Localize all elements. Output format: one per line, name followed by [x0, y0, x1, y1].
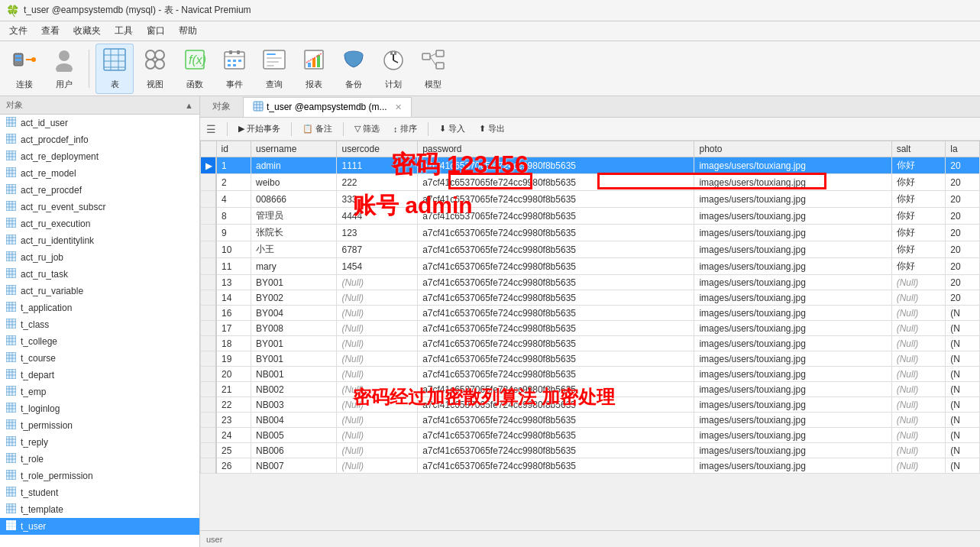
cell-username[interactable]: BY001	[251, 336, 337, 351]
cell-photo[interactable]: images/users/touxiang.jpg	[694, 208, 891, 225]
table-row[interactable]: 22 NB003 (Null) a7cf41c6537065fe724cc998…	[201, 397, 980, 413]
cell-password[interactable]: a7cf41c6537065fe724cc9980f8b5635	[418, 258, 694, 275]
cell-usercode[interactable]: (Null)	[337, 413, 418, 428]
sidebar-item-act_ru_job[interactable]: act_ru_job	[0, 249, 199, 266]
cell-username[interactable]: NB007	[251, 458, 337, 474]
cell-photo[interactable]: images/users/touxiang.jpg	[694, 306, 891, 321]
sidebar-item-t_class[interactable]: t_class	[0, 316, 199, 333]
cell-username[interactable]: NB001	[251, 367, 337, 382]
cell-password[interactable]: a7cf41c6537065fe724cc9980f8b5635	[418, 367, 694, 382]
table-row[interactable]: 2 weibo 222 a7cf41c6537065fe724cc9980f8b…	[201, 174, 980, 191]
col-salt[interactable]: salt	[891, 141, 946, 157]
cell-salt[interactable]: (Null)	[891, 351, 946, 367]
cell-usercode[interactable]: 222	[337, 174, 418, 191]
cell-salt[interactable]: (Null)	[891, 397, 946, 413]
cell-la[interactable]: (N	[946, 336, 980, 351]
cell-photo[interactable]: images/users/touxiang.jpg	[694, 225, 891, 241]
cell-username[interactable]: BY002	[251, 290, 337, 306]
table-row[interactable]: 16 BY004 (Null) a7cf41c6537065fe724cc998…	[201, 306, 980, 321]
report-button[interactable]: 报表	[296, 44, 332, 93]
cell-salt[interactable]: (Null)	[891, 443, 946, 458]
user-button[interactable]: 用户	[46, 44, 82, 93]
cell-id[interactable]: 2	[216, 174, 251, 191]
cell-usercode[interactable]: 1111	[337, 157, 418, 174]
cell-usercode[interactable]: (Null)	[337, 321, 418, 336]
sidebar-item-act_ru_event_subscr[interactable]: act_ru_event_subscr	[0, 199, 199, 215]
table-row[interactable]: 19 BY001 (Null) a7cf41c6537065fe724cc998…	[201, 351, 980, 367]
cell-photo[interactable]: images/users/touxiang.jpg	[694, 397, 891, 413]
cell-la[interactable]: 20	[946, 174, 980, 191]
sidebar-item-t_emp[interactable]: t_emp	[0, 384, 199, 400]
connect-button[interactable]: 连接	[6, 44, 43, 93]
cell-la[interactable]: (N	[946, 458, 980, 474]
cell-photo[interactable]: images/users/touxiang.jpg	[694, 428, 891, 443]
cell-la[interactable]: 20	[946, 157, 980, 174]
cell-password[interactable]: a7cf41c6537065fe724cc9980f8b5635	[418, 241, 694, 258]
sidebar-item-t_role[interactable]: t_role	[0, 451, 199, 468]
schedule-button[interactable]: 计划	[375, 44, 412, 93]
cell-password[interactable]: a7cf41c6537065fe724cc9980f8b5635	[418, 443, 694, 458]
cell-username[interactable]: weibo	[251, 174, 337, 191]
sidebar-item-t_application[interactable]: t_application	[0, 299, 199, 316]
sort-button[interactable]: ↕ 排序	[389, 121, 422, 136]
cell-salt[interactable]: (Null)	[891, 290, 946, 306]
cell-id[interactable]: 11	[216, 258, 251, 275]
cell-la[interactable]: 20	[946, 225, 980, 241]
filter-button[interactable]: ▽ 筛选	[350, 121, 384, 136]
table-row[interactable]: 26 NB007 (Null) a7cf41c6537065fe724cc998…	[201, 458, 980, 474]
table-row[interactable]: 21 NB002 (Null) a7cf41c6537065fe724cc998…	[201, 382, 980, 397]
sidebar-item-act_procdef_info[interactable]: act_procdef_info	[0, 131, 199, 148]
cell-salt[interactable]: (Null)	[891, 428, 946, 443]
table-row[interactable]: 20 NB001 (Null) a7cf41c6537065fe724cc998…	[201, 367, 980, 382]
cell-username[interactable]: NB003	[251, 397, 337, 413]
cell-username[interactable]: 小王	[251, 241, 337, 258]
table-row[interactable]: ▶ 1 admin 1111 a7cf41c6537065fe724cc9980…	[201, 157, 980, 174]
table-row[interactable]: 25 NB006 (Null) a7cf41c6537065fe724cc998…	[201, 443, 980, 458]
cell-username[interactable]: mary	[251, 258, 337, 275]
cell-usercode[interactable]: 123	[337, 225, 418, 241]
cell-password[interactable]: a7cf41c6537065fe724cc9980f8b5635	[418, 397, 694, 413]
cell-password[interactable]: a7cf41c6537065fe724cc9980f8b5635	[418, 191, 694, 208]
cell-password[interactable]: a7cf41c6537065fe724cc9980f8b5635	[418, 174, 694, 191]
sidebar-item-t_user[interactable]: t_user	[0, 518, 199, 535]
cell-salt[interactable]: (Null)	[891, 367, 946, 382]
menu-help[interactable]: 帮助	[173, 23, 203, 39]
event-button[interactable]: 事件	[216, 44, 253, 93]
cell-salt[interactable]: 你好	[891, 174, 946, 191]
cell-la[interactable]: 20	[946, 290, 980, 306]
cell-usercode[interactable]: (Null)	[337, 367, 418, 382]
active-tab[interactable]: t_user @eampsystemdb (m... ✕	[243, 97, 412, 117]
cell-photo[interactable]: images/users/touxiang.jpg	[694, 191, 891, 208]
col-la[interactable]: la	[946, 141, 980, 157]
cell-salt[interactable]: 你好	[891, 191, 946, 208]
menu-favorites[interactable]: 收藏夹	[67, 23, 107, 39]
tab-close-button[interactable]: ✕	[395, 102, 402, 112]
cell-usercode[interactable]: 6787	[337, 241, 418, 258]
cell-photo[interactable]: images/users/touxiang.jpg	[694, 351, 891, 367]
menu-window[interactable]: 窗口	[141, 23, 171, 39]
sidebar-item-act_id_user[interactable]: act_id_user	[0, 115, 199, 131]
cell-username[interactable]: NB006	[251, 443, 337, 458]
sidebar-item-act_re_procdef[interactable]: act_re_procdef	[0, 182, 199, 199]
cell-usercode[interactable]: (Null)	[337, 336, 418, 351]
sidebar-item-t_reply[interactable]: t_reply	[0, 434, 199, 451]
cell-password[interactable]: a7cf41c6537065fe724cc9980f8b5635	[418, 275, 694, 290]
cell-password[interactable]: a7cf41c6537065fe724cc9980f8b5635	[418, 157, 694, 174]
cell-username[interactable]: NB004	[251, 413, 337, 428]
cell-username[interactable]: admin	[251, 157, 337, 174]
cell-username[interactable]: 008666	[251, 191, 337, 208]
sidebar-item-act_re_deployment[interactable]: act_re_deployment	[0, 148, 199, 165]
cell-photo[interactable]: images/users/touxiang.jpg	[694, 382, 891, 397]
cell-id[interactable]: 18	[216, 336, 251, 351]
col-usercode[interactable]: usercode	[337, 141, 418, 157]
cell-password[interactable]: a7cf41c6537065fe724cc9980f8b5635	[418, 336, 694, 351]
cell-photo[interactable]: images/users/touxiang.jpg	[694, 413, 891, 428]
cell-password[interactable]: a7cf41c6537065fe724cc9980f8b5635	[418, 321, 694, 336]
cell-id[interactable]: 23	[216, 413, 251, 428]
cell-password[interactable]: a7cf41c6537065fe724cc9980f8b5635	[418, 458, 694, 474]
cell-id[interactable]: 14	[216, 290, 251, 306]
view-button[interactable]: 视图	[137, 44, 173, 93]
sidebar-item-t_student[interactable]: t_student	[0, 484, 199, 501]
cell-la[interactable]: 20	[946, 275, 980, 290]
cell-password[interactable]: a7cf41c6537065fe724cc9980f8b5635	[418, 225, 694, 241]
